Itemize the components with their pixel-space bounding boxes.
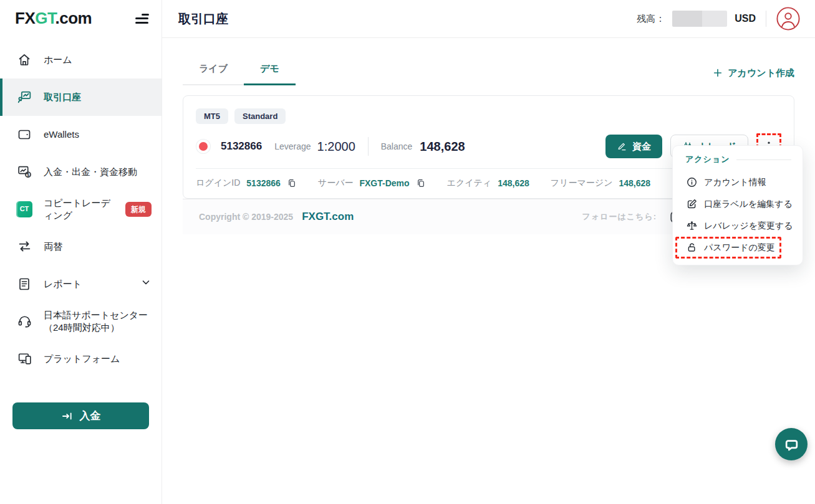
detail-free-margin: フリーマージン 148,628 (551, 178, 650, 189)
fxgt-logo[interactable]: FXGT.com (15, 9, 92, 28)
funds-button[interactable]: 資金 (605, 135, 662, 158)
sidebar-item-funds-transfer[interactable]: $ 入金・出金・資金移動 (0, 153, 162, 191)
home-icon (16, 52, 32, 67)
sidebar-item-support-center[interactable]: 日本語サポートセンター（24時間対応中） (0, 303, 162, 340)
sidebar-item-label: 入金・出金・資金移動 (44, 166, 152, 178)
new-badge: 新規 (125, 202, 152, 217)
balance-value: 148,628 (420, 140, 465, 154)
trading-accounts-icon (16, 89, 32, 105)
status-dot (199, 142, 208, 151)
page-title: 取引口座 (178, 11, 228, 27)
sidebar-item-label: 日本語サポートセンター（24時間対応中） (44, 309, 152, 335)
sidebar-item-label: ホーム (44, 54, 152, 66)
detail-login-id: ログインID 5132866 (196, 178, 297, 189)
edit-icon (685, 198, 698, 210)
content-area: ライブ デモ アカウント作成 MT5 Standard 5132866 Leve… (162, 38, 815, 504)
sidebar-item-label: 取引口座 (44, 91, 152, 103)
dropdown-title: アクション (685, 154, 730, 165)
wallet-icon (16, 127, 32, 142)
menu-item-edit-label[interactable]: 口座ラベルを編集する (673, 193, 803, 215)
sidebar-item-label: 両替 (44, 240, 152, 253)
balance-label: Balance (381, 141, 413, 151)
detail-label: ログインID (196, 178, 240, 189)
card-divider (368, 137, 369, 156)
sidebar-item-label: プラットフォーム (44, 353, 152, 365)
deposit-button[interactable]: 入金 (12, 402, 149, 429)
chevron-down-icon (140, 277, 152, 291)
logo-gt: GT (35, 9, 55, 27)
deposit-arrow-icon (61, 410, 74, 422)
sidebar-item-label: レポート (44, 278, 129, 290)
detail-label: サーバー (318, 178, 354, 189)
sidebar-item-reports[interactable]: レポート (0, 265, 162, 303)
info-icon (685, 176, 698, 188)
scale-icon (685, 220, 698, 232)
logo-fx: FX (15, 9, 35, 27)
menu-item-account-info[interactable]: アカウント情報 (673, 171, 803, 193)
sidebar-nav: ホーム 取引口座 eWallets $ 入金・出金・資金移動 CT コピートレー… (0, 37, 162, 378)
svg-text:$: $ (27, 173, 29, 178)
detail-label: エクイティ (447, 178, 492, 189)
sidebar-item-exchange[interactable]: 両替 (0, 228, 162, 265)
account-type-badge: Standard (234, 108, 286, 124)
copy-icon[interactable] (416, 178, 426, 188)
funds-button-label: 資金 (632, 141, 651, 153)
detail-value: 148,628 (619, 178, 651, 188)
sidebar-item-copy-trading[interactable]: CT コピートレーディング 新規 (0, 191, 162, 228)
account-number: 5132866 (221, 140, 262, 153)
sidebar-item-trading-accounts[interactable]: 取引口座 (0, 78, 162, 116)
create-account-button[interactable]: アカウント作成 (713, 67, 794, 79)
menu-item-label: レバレッジを変更する (704, 221, 793, 232)
sidebar-item-platforms[interactable]: プラットフォーム (0, 340, 162, 378)
copy-trading-icon: CT (16, 201, 32, 217)
funds-transfer-icon: $ (16, 164, 32, 179)
copyright-text: Copyright © 2019-2025 (199, 212, 293, 222)
menu-item-change-leverage[interactable]: レバレッジを変更する (673, 215, 803, 237)
leverage-label: Leverage (274, 141, 311, 151)
platform-badge: MT5 (196, 108, 228, 124)
sidebar: FXGT.com ホーム 取引口座 eWallets $ 入金・出金・ (0, 0, 162, 504)
platform-icon (16, 351, 32, 366)
detail-value: 5132866 (246, 178, 281, 188)
detail-value: 148,628 (498, 178, 529, 188)
lock-open-icon (685, 242, 698, 254)
sidebar-item-label: コピートレーディング (44, 197, 112, 222)
copy-icon[interactable] (287, 178, 297, 188)
chat-bubble-icon (783, 436, 800, 453)
live-chat-button[interactable] (775, 428, 808, 460)
balance-currency: USD (735, 13, 756, 24)
main-area: 取引口座 残高： USD ライブ デモ アカウント作成 (162, 0, 815, 504)
detail-label: フリーマージン (551, 178, 613, 189)
top-header: 取引口座 残高： USD (162, 0, 815, 38)
support-icon (16, 313, 32, 329)
menu-collapse-icon[interactable] (135, 11, 149, 26)
header-divider (766, 11, 766, 27)
sidebar-item-label: eWallets (44, 128, 152, 141)
detail-value: FXGT-Demo (359, 178, 409, 188)
pencil-icon (617, 141, 627, 152)
menu-item-change-password[interactable]: パスワードの変更 (675, 237, 781, 259)
sidebar-item-ewallets[interactable]: eWallets (0, 116, 162, 153)
balance-label: 残高： (637, 13, 665, 25)
account-type-tabs: ライブ デモ (183, 60, 296, 85)
deposit-button-label: 入金 (80, 409, 101, 423)
dropdown-title-rule (736, 159, 791, 160)
report-icon (16, 277, 32, 292)
leverage-value: 1:2000 (317, 140, 355, 154)
follow-label: フォローはこちら: (582, 211, 657, 222)
user-avatar[interactable] (776, 7, 800, 31)
create-account-label: アカウント作成 (728, 67, 794, 79)
sidebar-item-home[interactable]: ホーム (0, 41, 162, 78)
exchange-icon (16, 239, 32, 254)
detail-server: サーバー FXGT-Demo (318, 178, 426, 189)
logo-tld: .com (55, 9, 92, 27)
tab-demo[interactable]: デモ (244, 60, 296, 84)
menu-item-label: 口座ラベルを編集する (704, 199, 793, 210)
footer-brand-link[interactable]: FXGT.com (302, 211, 354, 223)
detail-equity: エクイティ 148,628 (447, 178, 529, 189)
menu-item-label: アカウント情報 (704, 177, 766, 188)
actions-dropdown: アクション アカウント情報 口座ラベルを編集する (672, 145, 803, 265)
balance-value-redacted (672, 11, 727, 27)
tab-live[interactable]: ライブ (183, 60, 244, 84)
menu-item-label: パスワードの変更 (704, 242, 775, 254)
